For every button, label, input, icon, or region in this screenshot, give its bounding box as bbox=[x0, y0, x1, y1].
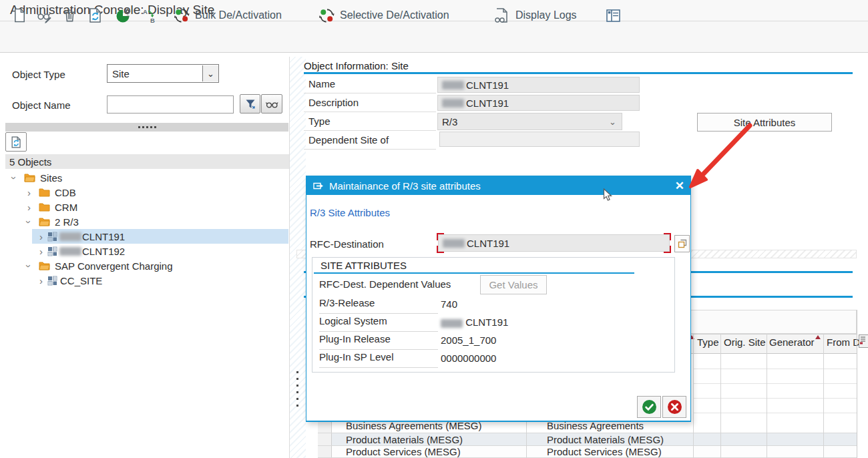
site-attributes-label: Site Attributes bbox=[734, 117, 796, 128]
bulk-deactivation-label: Bulk De/Activation bbox=[195, 9, 282, 21]
chevron-down-icon[interactable]: ⌄ bbox=[202, 65, 218, 81]
display-logs-button[interactable]: Display Logs bbox=[494, 7, 577, 24]
tree-item-cc-site[interactable]: › CC_SITE bbox=[5, 273, 288, 288]
grid-line bbox=[693, 413, 857, 413]
cancel-button[interactable] bbox=[662, 396, 686, 418]
tree-item-clnt192[interactable]: › CLNT192 bbox=[5, 244, 288, 258]
object-name-input[interactable] bbox=[107, 95, 234, 113]
column-header-orig-site[interactable]: Orig. Site bbox=[724, 336, 766, 348]
get-values-button[interactable]: Get Values bbox=[480, 275, 547, 294]
dependent-site-field[interactable] bbox=[439, 132, 640, 147]
left-horizontal-splitter[interactable] bbox=[5, 123, 288, 132]
logical-system-label: Logical System bbox=[319, 315, 438, 332]
display-logs-label: Display Logs bbox=[515, 9, 577, 21]
chevron-expanded-icon[interactable]: › bbox=[25, 218, 33, 226]
chevron-collapsed-icon[interactable]: › bbox=[37, 277, 45, 284]
dependent-site-label: Dependent Site of bbox=[304, 131, 436, 150]
refresh-list-button[interactable] bbox=[5, 132, 27, 152]
tree-item-label: CDB bbox=[55, 187, 76, 198]
dialog-titlebar[interactable]: Maintainance of R/3 site attributes ✕ bbox=[306, 176, 690, 195]
svg-text:A: A bbox=[143, 8, 148, 15]
logical-system-value: CLNT191 bbox=[441, 316, 508, 328]
redacted-prefix bbox=[442, 81, 464, 89]
chevron-collapsed-icon[interactable]: › bbox=[25, 204, 33, 211]
row-selector-cell[interactable] bbox=[318, 433, 332, 445]
description-value: CLNT191 bbox=[466, 97, 509, 109]
grid-line bbox=[823, 334, 824, 458]
confirm-button[interactable] bbox=[637, 396, 661, 418]
column-header-type[interactable]: Type bbox=[697, 336, 719, 348]
refresh-object-icon bbox=[10, 136, 23, 149]
get-values-label: Get Values bbox=[489, 279, 537, 290]
table-row[interactable]: Product Services (MESG) Product Services… bbox=[318, 446, 857, 458]
tree-item-clnt191[interactable]: › CLNT191 bbox=[5, 229, 288, 244]
display-logs-icon bbox=[494, 7, 510, 23]
site-attributes-button[interactable]: Site Attributes bbox=[697, 113, 832, 132]
grid-line bbox=[693, 398, 857, 399]
name-field[interactable]: CLNT191 bbox=[437, 77, 640, 93]
table-config-button[interactable] bbox=[859, 334, 868, 348]
display-search-button[interactable] bbox=[261, 94, 282, 113]
display-change-icon[interactable] bbox=[36, 7, 53, 24]
bulk-deactivation-button[interactable]: Bulk De/Activation bbox=[174, 7, 282, 24]
tree-item-label: CLNT192 bbox=[82, 246, 125, 257]
chevron-expanded-icon[interactable]: › bbox=[11, 174, 18, 182]
description-field[interactable]: CLNT191 bbox=[437, 95, 640, 111]
tree-item-2r3[interactable]: › 2 R/3 bbox=[5, 214, 288, 229]
chevron-collapsed-icon[interactable]: › bbox=[25, 189, 33, 196]
chevron-down-icon[interactable]: ⌄ bbox=[609, 117, 616, 127]
table-row[interactable]: Product Materials (MESG) Product Materia… bbox=[318, 433, 857, 446]
column-header-from-d[interactable]: From D bbox=[827, 336, 860, 348]
table-cell: Product Materials (MESG) bbox=[346, 434, 539, 445]
rfc-destination-value: CLNT191 bbox=[467, 238, 509, 249]
chevron-collapsed-icon[interactable]: › bbox=[37, 248, 45, 255]
rfc-destination-field[interactable]: CLNT191 bbox=[438, 234, 670, 252]
tree-item-sites[interactable]: › Sites bbox=[5, 170, 288, 185]
folder-open-icon bbox=[24, 173, 35, 182]
activate-icon[interactable]: ® bbox=[115, 7, 132, 24]
column-header-generator[interactable]: Generator bbox=[769, 336, 815, 348]
object-type-value: Site bbox=[107, 68, 202, 79]
plug-in-release-value: 2005_1_700 bbox=[441, 334, 496, 346]
object-name-label: Object Name bbox=[12, 99, 71, 111]
dialog-icon bbox=[312, 181, 324, 191]
tree-header: 5 Objects bbox=[5, 154, 292, 169]
refresh-object-icon[interactable] bbox=[87, 7, 103, 24]
splitter-grip[interactable] bbox=[296, 371, 298, 407]
delete-icon[interactable] bbox=[62, 7, 77, 24]
redacted-prefix bbox=[443, 239, 465, 248]
new-object-icon[interactable] bbox=[12, 7, 27, 24]
chevron-expanded-icon[interactable]: › bbox=[25, 262, 33, 270]
rfc-dest-dependent-values-label: RFC-Dest. Dependent Values bbox=[319, 278, 451, 290]
type-dropdown[interactable]: R/3 ⌄ bbox=[437, 113, 622, 130]
selective-deactivation-button[interactable]: Selective De/Activation bbox=[319, 7, 449, 24]
check-icon bbox=[642, 399, 657, 415]
value-help-button[interactable] bbox=[674, 235, 690, 252]
r3-release-label: R/3-Release bbox=[319, 297, 438, 314]
object-info-title: Object Information: Site bbox=[304, 60, 409, 71]
layout-icon[interactable] bbox=[606, 7, 621, 24]
row-selector-cell[interactable] bbox=[318, 446, 332, 457]
glasses-icon bbox=[266, 99, 278, 109]
de-activation-icon bbox=[174, 8, 190, 23]
table-right-border bbox=[857, 310, 857, 458]
chevron-collapsed-icon[interactable]: › bbox=[37, 233, 45, 240]
group-title: SITE ATTRIBUTES bbox=[320, 260, 407, 271]
tree-item-crm[interactable]: › CRM bbox=[5, 200, 288, 214]
sort-indicator-icon bbox=[815, 335, 821, 339]
grid-line bbox=[767, 334, 767, 458]
description-label: Description bbox=[304, 93, 436, 112]
r3-site-attributes-link[interactable]: R/3 Site Attributes bbox=[310, 207, 390, 218]
redacted-prefix bbox=[441, 319, 463, 328]
filter-button[interactable] bbox=[240, 94, 260, 113]
grid-line bbox=[526, 418, 527, 458]
tree-item-cdb[interactable]: › CDB bbox=[5, 185, 288, 200]
group-underline bbox=[314, 272, 634, 274]
tree-object-count: 5 Objects bbox=[9, 156, 51, 168]
tree-item-sap-convergent-charging[interactable]: › SAP Convergent Charging bbox=[5, 258, 288, 273]
plug-in-sp-level-value: 0000000000 bbox=[441, 353, 496, 364]
rfc-destination-label: RFC-Destination bbox=[310, 238, 384, 250]
close-icon[interactable]: ✕ bbox=[675, 180, 684, 192]
rename-icon[interactable]: AB bbox=[142, 7, 158, 24]
object-type-select[interactable]: Site ⌄ bbox=[107, 64, 219, 83]
